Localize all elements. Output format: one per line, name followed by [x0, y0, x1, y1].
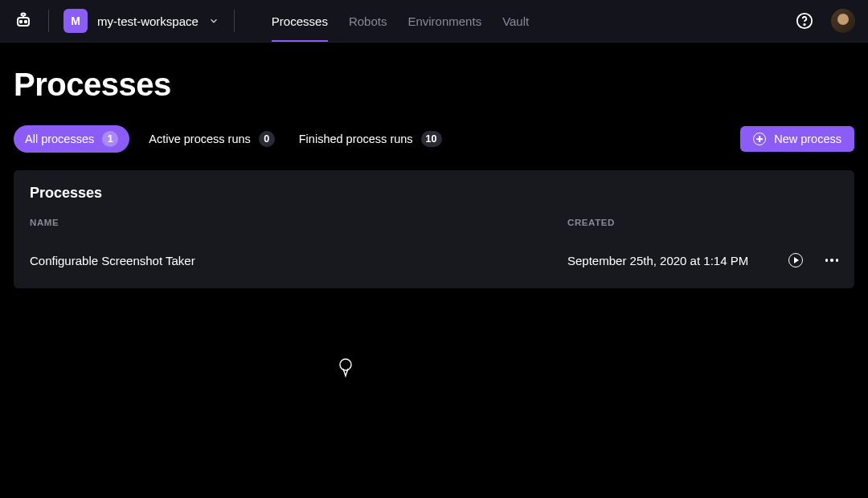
more-icon[interactable]	[825, 259, 839, 262]
table-row[interactable]: Configurable Screenshot Taker September …	[30, 242, 838, 279]
filter-count: 1	[102, 131, 118, 147]
nav-item-robots[interactable]: Robots	[349, 0, 387, 42]
processes-panel: Processes NAME CREATED Configurable Scre…	[14, 170, 854, 288]
workspace-name: my-test-workspace	[97, 14, 199, 28]
filter-count: 0	[259, 131, 275, 147]
user-avatar[interactable]	[831, 9, 855, 33]
app-logo-icon[interactable]	[13, 10, 34, 31]
row-actions	[788, 253, 839, 267]
filter-finished-runs[interactable]: Finished process runs 10	[294, 125, 447, 153]
divider	[234, 10, 235, 32]
svg-point-3	[22, 14, 26, 16]
column-header-created: CREATED	[567, 218, 838, 227]
svg-point-2	[25, 21, 27, 22]
svg-point-6	[340, 359, 351, 370]
nav-item-environments[interactable]: Environments	[407, 0, 481, 42]
new-process-button[interactable]: New process	[740, 126, 854, 152]
table-header: NAME CREATED	[30, 218, 838, 227]
mouse-cursor-icon	[338, 358, 354, 378]
filter-all-processes[interactable]: All processes 1	[14, 125, 129, 153]
filter-label: All processes	[25, 133, 94, 145]
process-name: Configurable Screenshot Taker	[30, 254, 567, 267]
new-process-label: New process	[774, 133, 841, 145]
help-icon[interactable]	[796, 12, 813, 30]
filter-active-runs[interactable]: Active process runs 0	[144, 125, 280, 153]
workspace-switcher[interactable]: M my-test-workspace	[63, 9, 219, 33]
nav-item-vault[interactable]: Vault	[502, 0, 529, 42]
svg-point-1	[20, 21, 22, 22]
top-bar: M my-test-workspace Processes Robots Env…	[0, 0, 868, 43]
filter-label: Finished process runs	[299, 133, 413, 145]
panel-title: Processes	[30, 185, 838, 202]
filter-count: 10	[421, 131, 442, 147]
filter-row: All processes 1 Active process runs 0 Fi…	[14, 125, 854, 153]
run-icon[interactable]	[788, 253, 803, 267]
plus-circle-icon	[753, 133, 766, 145]
chevron-down-icon	[208, 15, 219, 27]
column-header-name: NAME	[30, 218, 567, 227]
workspace-badge: M	[63, 9, 88, 33]
svg-point-5	[804, 24, 805, 25]
process-created: September 25th, 2020 at 1:14 PM	[567, 254, 788, 267]
divider	[48, 10, 49, 32]
nav-item-processes[interactable]: Processes	[272, 0, 328, 42]
filter-label: Active process runs	[149, 133, 251, 145]
page-title: Processes	[14, 67, 854, 103]
main-nav: Processes Robots Environments Vault	[272, 0, 529, 42]
